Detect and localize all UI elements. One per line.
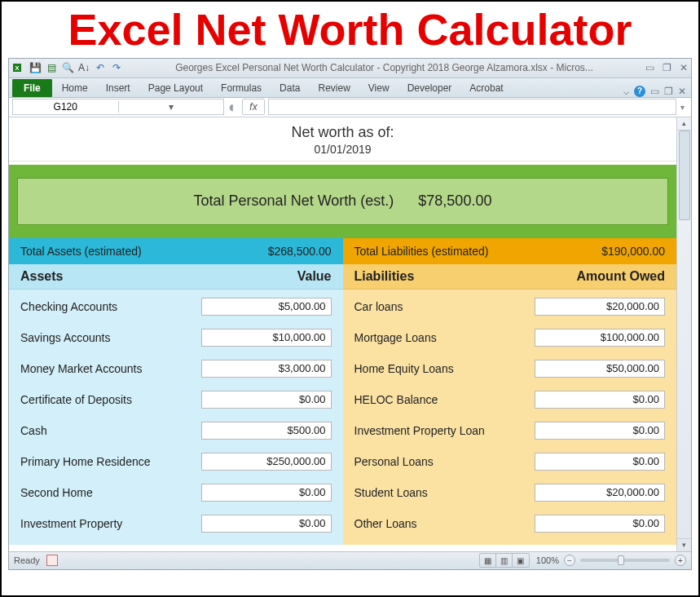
zoom-in-button[interactable]: + bbox=[675, 555, 686, 566]
restore-button[interactable]: ❐ bbox=[663, 62, 671, 73]
formula-expand-icon[interactable]: ▾ bbox=[676, 103, 688, 112]
asset-row-value[interactable] bbox=[201, 453, 332, 471]
tab-developer[interactable]: Developer bbox=[399, 79, 460, 97]
liability-row-label: Investment Property Loan bbox=[354, 424, 535, 437]
liability-row-value[interactable] bbox=[535, 360, 665, 378]
assets-total-label: Total Assets (estimated) bbox=[20, 245, 142, 258]
asset-row-label: Primary Home Residence bbox=[20, 455, 201, 468]
asset-row: Primary Home Residence bbox=[20, 453, 332, 471]
tab-insert[interactable]: Insert bbox=[98, 79, 139, 97]
asset-row-value[interactable] bbox=[201, 298, 332, 316]
tab-review[interactable]: Review bbox=[310, 79, 358, 97]
page-title: Excel Net Worth Calculator bbox=[2, 2, 698, 55]
total-net-worth-box: Total Personal Net Worth (est.) $78,500.… bbox=[17, 178, 668, 225]
file-tab[interactable]: File bbox=[12, 79, 52, 97]
liabilities-total-label: Total Liabilities (estimated) bbox=[354, 245, 489, 258]
asset-row: Money Market Accounts bbox=[20, 360, 332, 378]
help-icon[interactable]: ? bbox=[634, 86, 645, 97]
zoom-out-button[interactable]: − bbox=[564, 555, 575, 566]
page-layout-view-button[interactable]: ▥ bbox=[496, 554, 513, 567]
liability-row-value[interactable] bbox=[535, 329, 665, 347]
tab-formulas[interactable]: Formulas bbox=[213, 79, 270, 97]
liability-row: HELOC Balance bbox=[354, 391, 666, 409]
workbook-close-button[interactable]: ✕ bbox=[678, 86, 686, 97]
sort-icon[interactable]: A↓ bbox=[77, 61, 90, 74]
fx-button[interactable]: fx bbox=[242, 99, 265, 115]
minimize-button[interactable]: ▭ bbox=[645, 62, 654, 73]
assets-header-row: Assets Value bbox=[9, 264, 343, 290]
liabilities-column: Total Liabilities (estimated) $190,000.0… bbox=[343, 238, 677, 545]
liability-row-label: Mortgage Loans bbox=[354, 331, 535, 344]
liability-row-value[interactable] bbox=[535, 391, 665, 409]
zoom-slider-thumb[interactable] bbox=[618, 555, 624, 565]
close-button[interactable]: ✕ bbox=[680, 62, 688, 73]
scroll-up-icon[interactable]: ▴ bbox=[677, 117, 691, 130]
asset-row: Savings Accounts bbox=[20, 329, 332, 347]
columns: Total Assets (estimated) $268,500.00 Ass… bbox=[9, 238, 676, 545]
liability-row-value[interactable] bbox=[535, 298, 665, 316]
asset-row-value[interactable] bbox=[201, 360, 332, 378]
liability-row: Student Loans bbox=[354, 484, 666, 502]
asset-row-value[interactable] bbox=[201, 391, 332, 409]
liability-row-value[interactable] bbox=[535, 453, 665, 471]
asset-row-label: Checking Accounts bbox=[20, 300, 201, 313]
ribbon-tabs: File Home Insert Page Layout Formulas Da… bbox=[9, 78, 691, 98]
asset-row-label: Investment Property bbox=[20, 517, 201, 530]
ribbon-min-chevron[interactable]: ⌵ bbox=[623, 86, 629, 97]
liability-row: Car loans bbox=[354, 298, 666, 316]
workbook-restore-button[interactable]: ❐ bbox=[664, 86, 673, 97]
tab-view[interactable]: View bbox=[360, 79, 398, 97]
liability-row-label: Other Loans bbox=[354, 517, 535, 530]
macro-record-icon[interactable] bbox=[46, 555, 58, 566]
liabilities-list: Car loansMortgage LoansHome Equity Loans… bbox=[343, 290, 677, 545]
liability-row: Investment Property Loan bbox=[354, 422, 666, 440]
worksheet[interactable]: ▴ ▾ Net worth as of: 01/01/2019 Total Pe… bbox=[9, 117, 691, 551]
zoom-slider[interactable] bbox=[580, 559, 670, 562]
formula-separator: ◖ bbox=[224, 102, 239, 113]
asof-label: Net worth as of: bbox=[9, 124, 676, 141]
tab-acrobat[interactable]: Acrobat bbox=[461, 79, 511, 97]
zoom-level[interactable]: 100% bbox=[536, 555, 559, 565]
asof-date: 01/01/2019 bbox=[9, 143, 676, 156]
undo-icon[interactable]: ↶ bbox=[94, 61, 107, 74]
liability-row-value[interactable] bbox=[535, 515, 665, 533]
scroll-down-icon[interactable]: ▾ bbox=[677, 538, 691, 551]
scroll-thumb[interactable] bbox=[679, 130, 690, 220]
liability-row-value[interactable] bbox=[535, 422, 665, 440]
tab-data[interactable]: Data bbox=[271, 79, 308, 97]
normal-view-button[interactable]: ▦ bbox=[480, 554, 496, 567]
page-break-view-button[interactable]: ▣ bbox=[513, 554, 529, 567]
tab-home[interactable]: Home bbox=[54, 79, 96, 97]
liabilities-col1: Liabilities bbox=[354, 269, 415, 284]
svg-text:X: X bbox=[15, 64, 20, 72]
save-icon[interactable]: 💾 bbox=[29, 61, 42, 74]
asset-row-label: Savings Accounts bbox=[20, 331, 201, 344]
asset-row: Investment Property bbox=[20, 515, 332, 533]
assets-list: Checking AccountsSavings AccountsMoney M… bbox=[9, 290, 343, 545]
status-bar: Ready ▦ ▥ ▣ 100% − + bbox=[9, 551, 691, 569]
name-box-dropdown-icon[interactable]: ▾ bbox=[118, 101, 224, 113]
tab-page-layout[interactable]: Page Layout bbox=[140, 79, 211, 97]
titlebar: X 💾 ▤ 🔍 A↓ ↶ ↷ Georges Excel Personal Ne… bbox=[9, 59, 691, 78]
liability-row-label: Home Equity Loans bbox=[354, 362, 535, 375]
asset-row-label: Certificate of Deposits bbox=[20, 393, 201, 406]
asset-row-value[interactable] bbox=[201, 515, 332, 533]
find-icon[interactable]: 🔍 bbox=[61, 61, 74, 74]
workbook-minimize-button[interactable]: ▭ bbox=[650, 86, 659, 97]
zoom-control: 100% − + bbox=[536, 555, 686, 566]
print-icon[interactable]: ▤ bbox=[45, 61, 58, 74]
liability-row-label: Personal Loans bbox=[354, 455, 535, 468]
asset-row-value[interactable] bbox=[201, 329, 332, 347]
asset-row-value[interactable] bbox=[201, 422, 332, 440]
excel-icon: X bbox=[12, 61, 25, 74]
name-box-value: G120 bbox=[13, 101, 118, 113]
liability-row: Other Loans bbox=[354, 515, 666, 533]
liability-row-value[interactable] bbox=[535, 484, 665, 502]
redo-icon[interactable]: ↷ bbox=[110, 61, 123, 74]
asset-row-label: Second Home bbox=[20, 486, 201, 499]
formula-input[interactable] bbox=[268, 99, 676, 115]
asset-row-value[interactable] bbox=[201, 484, 332, 502]
vertical-scrollbar[interactable]: ▴ ▾ bbox=[676, 117, 691, 551]
liability-row: Home Equity Loans bbox=[354, 360, 666, 378]
name-box[interactable]: G120 ▾ bbox=[12, 99, 224, 115]
